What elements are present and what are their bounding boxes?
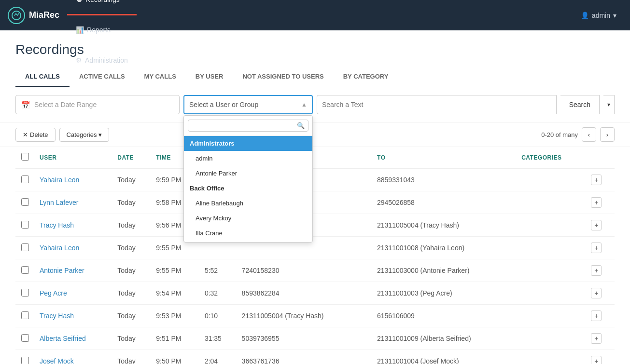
nav-item-reports[interactable]: 📊Reports: [67, 15, 137, 46]
dropdown-search-row: 🔍: [184, 116, 312, 136]
row-expand-button[interactable]: +: [591, 333, 602, 344]
row-duration: 0:32: [200, 282, 237, 305]
dropdown-item[interactable]: Aline Barlebaugh: [184, 196, 312, 211]
user-link[interactable]: Tracy Hash: [40, 312, 74, 320]
row-user: Antonie Parker: [35, 259, 112, 282]
select-all-checkbox[interactable]: [21, 153, 29, 161]
dropdown-item[interactable]: Avery Mckoy: [184, 211, 312, 226]
row-time: 9:51 PM: [151, 327, 200, 350]
dropdown-item[interactable]: admin: [184, 151, 312, 166]
row-checkbox[interactable]: [21, 243, 29, 251]
row-from: 7240158230: [237, 259, 372, 282]
row-duration: 31:35: [200, 327, 237, 350]
dropdown-arrow-icon: ▲: [301, 101, 307, 108]
user-menu[interactable]: 👤 admin ▾: [575, 12, 622, 19]
date-placeholder: Select a Date Range: [34, 101, 97, 108]
prev-page-button[interactable]: ‹: [582, 127, 596, 142]
row-checkbox[interactable]: [21, 311, 29, 319]
select-all-header: [15, 147, 35, 168]
user-link[interactable]: Lynn Lafever: [40, 199, 78, 206]
delete-icon: ✕: [23, 131, 28, 138]
row-expand-button[interactable]: +: [591, 220, 602, 230]
row-time: 9:50 PM: [151, 350, 200, 364]
row-date: Today: [112, 237, 151, 259]
user-link[interactable]: Tracy Hash: [40, 221, 74, 229]
row-checkbox[interactable]: [21, 289, 29, 297]
categories-button[interactable]: Categories ▾: [59, 128, 110, 142]
row-checkbox-cell: [15, 237, 35, 259]
row-time: 9:54 PM: [151, 282, 200, 305]
row-date: Today: [112, 214, 151, 237]
date-range-filter[interactable]: 📅 Select a Date Range: [15, 95, 180, 114]
tab-by-category[interactable]: BY CATEGORY: [334, 67, 398, 87]
row-expand-button[interactable]: +: [591, 265, 602, 276]
search-dropdown-button[interactable]: ▾: [603, 95, 615, 114]
row-checkbox[interactable]: [21, 334, 29, 342]
row-checkbox[interactable]: [21, 175, 29, 183]
row-expand-cell: +: [586, 305, 615, 327]
user-link[interactable]: Josef Mock: [40, 357, 74, 364]
user-link[interactable]: Alberta Seifried: [40, 335, 86, 342]
row-to: 21311001009 (Alberta Seifried): [372, 327, 517, 350]
navbar: MiaRec ⊞Dashboard⏺Recordings📊Reports⚙Adm…: [0, 0, 630, 30]
row-checkbox-cell: [15, 259, 35, 282]
row-expand-button[interactable]: +: [591, 310, 602, 321]
search-input[interactable]: [322, 101, 551, 108]
recordings-table: USER DATE TIME TO CATEGORIES Yahaira Leo…: [15, 147, 615, 364]
row-duration: 5:52: [200, 259, 237, 282]
row-duration: 0:10: [200, 305, 237, 327]
calendar-icon: 📅: [21, 100, 30, 109]
brand-logo-link[interactable]: MiaRec: [8, 7, 59, 24]
user-dropdown-icon: ▾: [613, 12, 616, 19]
nav-label-reports: Reports: [87, 26, 111, 34]
row-categories: [517, 327, 586, 350]
row-to: 6156106009: [372, 305, 517, 327]
tab-not-assigned[interactable]: NOT ASSIGNED TO USERS: [233, 67, 333, 87]
tab-by-user[interactable]: BY USER: [186, 67, 233, 87]
row-date: Today: [112, 305, 151, 327]
row-checkbox[interactable]: [21, 357, 29, 364]
dropdown-search-input[interactable]: [188, 120, 308, 132]
user-link[interactable]: Yahaira Leon: [40, 176, 79, 184]
row-checkbox[interactable]: [21, 221, 29, 229]
row-checkbox[interactable]: [21, 266, 29, 274]
row-checkbox-cell: [15, 350, 35, 364]
tab-my-calls[interactable]: MY CALLS: [135, 67, 186, 87]
row-expand-button[interactable]: +: [591, 288, 602, 298]
row-checkbox-cell: [15, 282, 35, 305]
row-expand-button[interactable]: +: [591, 243, 602, 253]
user-link[interactable]: Yahaira Leon: [40, 244, 79, 252]
col-categories: CATEGORIES: [517, 147, 586, 168]
dropdown-item[interactable]: Antonie Parker: [184, 166, 312, 181]
table-row: Antonie Parker Today 9:55 PM 5:52 724015…: [15, 259, 615, 282]
row-date: Today: [112, 327, 151, 350]
row-expand-button[interactable]: +: [591, 197, 602, 208]
row-expand-cell: +: [586, 259, 615, 282]
user-link[interactable]: Antonie Parker: [40, 267, 84, 274]
user-group-select[interactable]: Select a User or Group ▲: [183, 95, 313, 114]
tabs-bar: ALL CALLSACTIVE CALLSMY CALLSBY USERNOT …: [15, 67, 615, 87]
nav-item-recordings[interactable]: ⏺Recordings: [67, 0, 137, 15]
table-container: USER DATE TIME TO CATEGORIES Yahaira Leo…: [0, 147, 630, 364]
user-link[interactable]: Peg Acre: [40, 289, 67, 297]
nav-icon-recordings: ⏺: [76, 0, 83, 3]
tab-all-calls[interactable]: ALL CALLS: [15, 67, 70, 87]
next-page-button[interactable]: ›: [600, 127, 615, 142]
tab-active-calls[interactable]: ACTIVE CALLS: [70, 67, 135, 87]
row-expand-cell: +: [586, 350, 615, 364]
pagination-text: 0-20 of many: [541, 131, 578, 138]
row-date: Today: [112, 259, 151, 282]
search-button[interactable]: Search: [560, 95, 600, 114]
row-categories: [517, 350, 586, 364]
delete-button[interactable]: ✕ Delete: [15, 128, 56, 142]
dropdown-item[interactable]: Lynn Lafever: [184, 241, 312, 242]
row-categories: [517, 237, 586, 259]
row-expand-button[interactable]: +: [591, 175, 602, 185]
table-row: Yahaira Leon Today 9:55 PM 21311001008 (…: [15, 237, 615, 259]
table-header: USER DATE TIME TO CATEGORIES: [15, 147, 615, 168]
brand-name: MiaRec: [29, 10, 59, 20]
row-checkbox[interactable]: [21, 198, 29, 206]
dropdown-item[interactable]: Illa Crane: [184, 226, 312, 241]
row-user: Yahaira Leon: [35, 168, 112, 191]
row-expand-button[interactable]: +: [591, 356, 602, 364]
